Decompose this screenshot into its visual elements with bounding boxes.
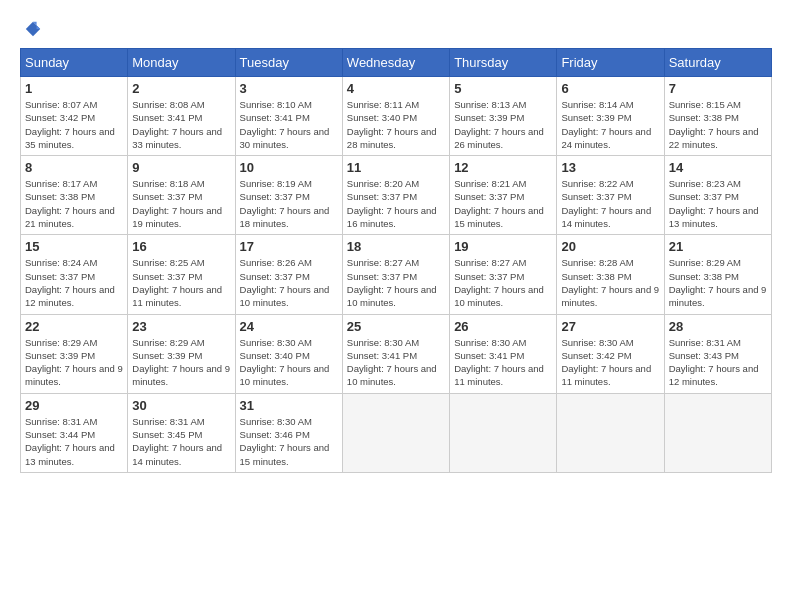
day-number: 1: [25, 81, 123, 96]
calendar-header-row: SundayMondayTuesdayWednesdayThursdayFrid…: [21, 49, 772, 77]
day-number: 21: [669, 239, 767, 254]
day-number: 9: [132, 160, 230, 175]
calendar-day-cell: 9 Sunrise: 8:18 AM Sunset: 3:37 PM Dayli…: [128, 156, 235, 235]
day-info: Sunrise: 8:14 AM Sunset: 3:39 PM Dayligh…: [561, 98, 659, 151]
calendar-day-cell: 26 Sunrise: 8:30 AM Sunset: 3:41 PM Dayl…: [450, 314, 557, 393]
day-info: Sunrise: 8:29 AM Sunset: 3:38 PM Dayligh…: [669, 256, 767, 309]
calendar-day-cell: 25 Sunrise: 8:30 AM Sunset: 3:41 PM Dayl…: [342, 314, 449, 393]
day-number: 7: [669, 81, 767, 96]
header: [20, 20, 772, 38]
calendar-day-cell: 20 Sunrise: 8:28 AM Sunset: 3:38 PM Dayl…: [557, 235, 664, 314]
day-info: Sunrise: 8:31 AM Sunset: 3:45 PM Dayligh…: [132, 415, 230, 468]
day-info: Sunrise: 8:28 AM Sunset: 3:38 PM Dayligh…: [561, 256, 659, 309]
calendar-day-cell: 14 Sunrise: 8:23 AM Sunset: 3:37 PM Dayl…: [664, 156, 771, 235]
day-info: Sunrise: 8:30 AM Sunset: 3:41 PM Dayligh…: [454, 336, 552, 389]
day-info: Sunrise: 8:31 AM Sunset: 3:43 PM Dayligh…: [669, 336, 767, 389]
day-number: 27: [561, 319, 659, 334]
calendar-day-cell: [450, 393, 557, 472]
calendar-header-thursday: Thursday: [450, 49, 557, 77]
calendar-day-cell: 7 Sunrise: 8:15 AM Sunset: 3:38 PM Dayli…: [664, 77, 771, 156]
day-number: 19: [454, 239, 552, 254]
day-number: 12: [454, 160, 552, 175]
calendar-week-row: 8 Sunrise: 8:17 AM Sunset: 3:38 PM Dayli…: [21, 156, 772, 235]
day-number: 29: [25, 398, 123, 413]
calendar-day-cell: 21 Sunrise: 8:29 AM Sunset: 3:38 PM Dayl…: [664, 235, 771, 314]
day-number: 16: [132, 239, 230, 254]
day-number: 30: [132, 398, 230, 413]
calendar-header-saturday: Saturday: [664, 49, 771, 77]
day-info: Sunrise: 8:25 AM Sunset: 3:37 PM Dayligh…: [132, 256, 230, 309]
day-number: 20: [561, 239, 659, 254]
day-number: 13: [561, 160, 659, 175]
calendar-day-cell: 3 Sunrise: 8:10 AM Sunset: 3:41 PM Dayli…: [235, 77, 342, 156]
day-number: 5: [454, 81, 552, 96]
calendar-day-cell: 6 Sunrise: 8:14 AM Sunset: 3:39 PM Dayli…: [557, 77, 664, 156]
day-info: Sunrise: 8:10 AM Sunset: 3:41 PM Dayligh…: [240, 98, 338, 151]
day-info: Sunrise: 8:29 AM Sunset: 3:39 PM Dayligh…: [132, 336, 230, 389]
calendar-week-row: 1 Sunrise: 8:07 AM Sunset: 3:42 PM Dayli…: [21, 77, 772, 156]
calendar-day-cell: 2 Sunrise: 8:08 AM Sunset: 3:41 PM Dayli…: [128, 77, 235, 156]
day-number: 23: [132, 319, 230, 334]
day-number: 22: [25, 319, 123, 334]
day-info: Sunrise: 8:13 AM Sunset: 3:39 PM Dayligh…: [454, 98, 552, 151]
calendar-week-row: 22 Sunrise: 8:29 AM Sunset: 3:39 PM Dayl…: [21, 314, 772, 393]
calendar-day-cell: 1 Sunrise: 8:07 AM Sunset: 3:42 PM Dayli…: [21, 77, 128, 156]
day-info: Sunrise: 8:15 AM Sunset: 3:38 PM Dayligh…: [669, 98, 767, 151]
day-info: Sunrise: 8:29 AM Sunset: 3:39 PM Dayligh…: [25, 336, 123, 389]
day-number: 28: [669, 319, 767, 334]
calendar-day-cell: 23 Sunrise: 8:29 AM Sunset: 3:39 PM Dayl…: [128, 314, 235, 393]
day-info: Sunrise: 8:08 AM Sunset: 3:41 PM Dayligh…: [132, 98, 230, 151]
calendar-day-cell: [664, 393, 771, 472]
day-number: 6: [561, 81, 659, 96]
calendar-day-cell: 31 Sunrise: 8:30 AM Sunset: 3:46 PM Dayl…: [235, 393, 342, 472]
day-info: Sunrise: 8:23 AM Sunset: 3:37 PM Dayligh…: [669, 177, 767, 230]
day-info: Sunrise: 8:27 AM Sunset: 3:37 PM Dayligh…: [454, 256, 552, 309]
calendar-day-cell: [342, 393, 449, 472]
day-info: Sunrise: 8:07 AM Sunset: 3:42 PM Dayligh…: [25, 98, 123, 151]
day-info: Sunrise: 8:30 AM Sunset: 3:42 PM Dayligh…: [561, 336, 659, 389]
day-info: Sunrise: 8:19 AM Sunset: 3:37 PM Dayligh…: [240, 177, 338, 230]
day-number: 8: [25, 160, 123, 175]
day-number: 14: [669, 160, 767, 175]
day-number: 24: [240, 319, 338, 334]
day-number: 2: [132, 81, 230, 96]
logo: [20, 20, 42, 38]
day-info: Sunrise: 8:11 AM Sunset: 3:40 PM Dayligh…: [347, 98, 445, 151]
calendar-week-row: 29 Sunrise: 8:31 AM Sunset: 3:44 PM Dayl…: [21, 393, 772, 472]
calendar-day-cell: 29 Sunrise: 8:31 AM Sunset: 3:44 PM Dayl…: [21, 393, 128, 472]
calendar-day-cell: 10 Sunrise: 8:19 AM Sunset: 3:37 PM Dayl…: [235, 156, 342, 235]
calendar-day-cell: 4 Sunrise: 8:11 AM Sunset: 3:40 PM Dayli…: [342, 77, 449, 156]
calendar-header-tuesday: Tuesday: [235, 49, 342, 77]
calendar-day-cell: 15 Sunrise: 8:24 AM Sunset: 3:37 PM Dayl…: [21, 235, 128, 314]
day-info: Sunrise: 8:21 AM Sunset: 3:37 PM Dayligh…: [454, 177, 552, 230]
calendar-header-monday: Monday: [128, 49, 235, 77]
calendar-header-wednesday: Wednesday: [342, 49, 449, 77]
calendar-day-cell: 19 Sunrise: 8:27 AM Sunset: 3:37 PM Dayl…: [450, 235, 557, 314]
calendar-day-cell: 16 Sunrise: 8:25 AM Sunset: 3:37 PM Dayl…: [128, 235, 235, 314]
calendar-day-cell: 5 Sunrise: 8:13 AM Sunset: 3:39 PM Dayli…: [450, 77, 557, 156]
day-info: Sunrise: 8:26 AM Sunset: 3:37 PM Dayligh…: [240, 256, 338, 309]
day-number: 26: [454, 319, 552, 334]
calendar-day-cell: 17 Sunrise: 8:26 AM Sunset: 3:37 PM Dayl…: [235, 235, 342, 314]
logo-icon: [24, 20, 42, 38]
day-info: Sunrise: 8:17 AM Sunset: 3:38 PM Dayligh…: [25, 177, 123, 230]
calendar-day-cell: 27 Sunrise: 8:30 AM Sunset: 3:42 PM Dayl…: [557, 314, 664, 393]
calendar-day-cell: 13 Sunrise: 8:22 AM Sunset: 3:37 PM Dayl…: [557, 156, 664, 235]
day-number: 3: [240, 81, 338, 96]
day-info: Sunrise: 8:24 AM Sunset: 3:37 PM Dayligh…: [25, 256, 123, 309]
calendar-header-friday: Friday: [557, 49, 664, 77]
day-number: 11: [347, 160, 445, 175]
day-number: 17: [240, 239, 338, 254]
calendar-day-cell: [557, 393, 664, 472]
calendar-week-row: 15 Sunrise: 8:24 AM Sunset: 3:37 PM Dayl…: [21, 235, 772, 314]
calendar-day-cell: 22 Sunrise: 8:29 AM Sunset: 3:39 PM Dayl…: [21, 314, 128, 393]
calendar-day-cell: 30 Sunrise: 8:31 AM Sunset: 3:45 PM Dayl…: [128, 393, 235, 472]
day-info: Sunrise: 8:30 AM Sunset: 3:46 PM Dayligh…: [240, 415, 338, 468]
day-info: Sunrise: 8:22 AM Sunset: 3:37 PM Dayligh…: [561, 177, 659, 230]
day-info: Sunrise: 8:18 AM Sunset: 3:37 PM Dayligh…: [132, 177, 230, 230]
calendar-day-cell: 12 Sunrise: 8:21 AM Sunset: 3:37 PM Dayl…: [450, 156, 557, 235]
day-number: 10: [240, 160, 338, 175]
calendar-day-cell: 24 Sunrise: 8:30 AM Sunset: 3:40 PM Dayl…: [235, 314, 342, 393]
calendar-day-cell: 18 Sunrise: 8:27 AM Sunset: 3:37 PM Dayl…: [342, 235, 449, 314]
day-info: Sunrise: 8:30 AM Sunset: 3:40 PM Dayligh…: [240, 336, 338, 389]
